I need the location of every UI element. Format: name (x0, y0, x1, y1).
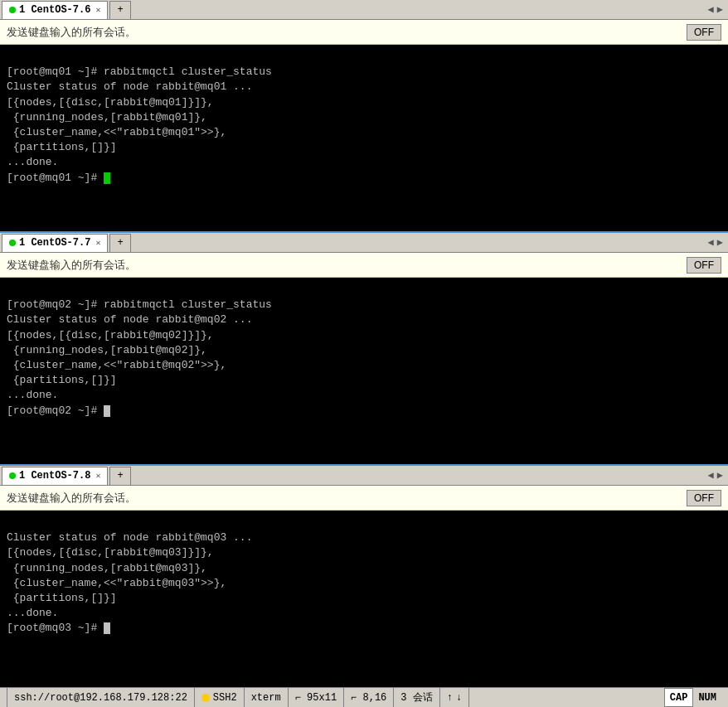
nav-left-2[interactable]: ◀ (708, 236, 714, 249)
tab-centos77[interactable]: 1 CentOS-7.7 ✕ (2, 234, 108, 252)
tab-close-1[interactable]: ✕ (95, 5, 100, 15)
tab-close-3[interactable]: ✕ (95, 471, 100, 481)
nav-down[interactable]: ↓ (456, 692, 462, 704)
sessions-label: 3 会话 (400, 690, 432, 705)
line-3-1: Cluster status of node rabbit@mq03 ... [… (7, 531, 252, 634)
terminal-content-1[interactable]: [root@mq01 ~]# rabbitmqctl cluster_statu… (0, 45, 728, 231)
ssh-label: ssh://root@192.168.179.128:22 (14, 692, 187, 704)
broadcast-text-1: 发送键盘输入的所有会话。 (7, 25, 687, 40)
add-icon-3: + (117, 470, 123, 482)
line-2-1: [root@mq02 ~]# rabbitmqctl cluster_statu… (7, 298, 272, 416)
nav-right-3[interactable]: ▶ (717, 469, 723, 482)
terminal-content-3[interactable]: Cluster status of node rabbit@mq03 ... [… (0, 511, 728, 687)
off-button-1[interactable]: OFF (687, 24, 721, 41)
sessions-section: 3 会话 (394, 688, 439, 707)
ssh-section: ssh://root@192.168.179.128:22 (7, 688, 195, 707)
terminal-pane-3: 1 CentOS-7.8 ✕ + ◀ ▶ 发送键盘输入的所有会话。 OFF Cl… (0, 466, 728, 687)
off-button-2[interactable]: OFF (687, 257, 721, 274)
nav-left-3[interactable]: ◀ (708, 469, 714, 482)
tab-dot-3 (9, 472, 16, 479)
tab-dot-1 (9, 7, 16, 13)
protocol-label: SSH2 (213, 692, 237, 704)
line-1-1: [root@mq01 ~]# rabbitmqctl cluster_statu… (7, 65, 272, 183)
tab-bar-2: 1 CentOS-7.7 ✕ + ◀ ▶ (0, 233, 728, 253)
nav-arrows-2: ◀ ▶ (708, 236, 726, 249)
term-label: xterm (251, 692, 281, 704)
nav-up[interactable]: ↑ (447, 692, 453, 704)
broadcast-bar-1: 发送键盘输入的所有会话。 OFF (0, 20, 728, 45)
tab-dot-2 (9, 240, 16, 246)
nav-left-1[interactable]: ◀ (708, 3, 714, 16)
terminal-pane-2: 1 CentOS-7.7 ✕ + ◀ ▶ 发送键盘输入的所有会话。 OFF [r… (0, 233, 728, 466)
broadcast-bar-3: 发送键盘输入的所有会话。 OFF (0, 486, 728, 511)
pos-label: ⌐ 8,16 (351, 692, 386, 704)
cursor-1 (104, 172, 110, 184)
off-button-3[interactable]: OFF (687, 490, 721, 506)
protocol-section: SSH2 (195, 688, 245, 707)
size-label: ⌐ 95x11 (295, 692, 337, 704)
tab-bar-3: 1 CentOS-7.8 ✕ + ◀ ▶ (0, 466, 728, 486)
pos-section: ⌐ 8,16 (344, 688, 394, 707)
nav-section: ↑ ↓ (440, 688, 469, 707)
tab-add-2[interactable]: + (109, 234, 130, 252)
tab-bar-1: 1 CentOS-7.6 ✕ + ◀ ▶ (0, 0, 728, 20)
tab-label-1: 1 CentOS-7.6 (19, 4, 90, 16)
tab-close-2[interactable]: ✕ (95, 238, 100, 248)
tab-label-2: 1 CentOS-7.7 (19, 237, 90, 249)
broadcast-bar-2: 发送键盘输入的所有会话。 OFF (0, 253, 728, 278)
terminal-pane-1: 1 CentOS-7.6 ✕ + ◀ ▶ 发送键盘输入的所有会话。 OFF [r… (0, 0, 728, 233)
broadcast-text-3: 发送键盘输入的所有会话。 (7, 491, 687, 506)
nav-arrows-1: ◀ ▶ (708, 3, 726, 16)
nav-arrows-3: ◀ ▶ (708, 469, 726, 482)
nav-right-2[interactable]: ▶ (717, 236, 723, 249)
terminal-content-2[interactable]: [root@mq02 ~]# rabbitmqctl cluster_statu… (0, 278, 728, 464)
num-indicator: NUM (693, 688, 721, 707)
tab-add-3[interactable]: + (109, 467, 130, 485)
tab-centos78[interactable]: 1 CentOS-7.8 ✕ (2, 467, 108, 485)
add-icon-1: + (117, 4, 123, 16)
add-icon-2: + (117, 237, 123, 249)
cursor-2 (104, 405, 110, 417)
nav-right-1[interactable]: ▶ (717, 3, 723, 16)
term-section: xterm (245, 688, 289, 707)
cap-indicator: CAP (664, 688, 694, 707)
status-dot (201, 694, 210, 702)
size-section: ⌐ 95x11 (289, 688, 344, 707)
cursor-3 (104, 622, 110, 634)
status-bar: ssh://root@192.168.179.128:22 SSH2 xterm… (0, 687, 728, 707)
tab-centos76[interactable]: 1 CentOS-7.6 ✕ (2, 1, 108, 19)
tab-add-1[interactable]: + (109, 1, 130, 19)
broadcast-text-2: 发送键盘输入的所有会话。 (7, 258, 687, 273)
tab-label-3: 1 CentOS-7.8 (19, 470, 90, 482)
